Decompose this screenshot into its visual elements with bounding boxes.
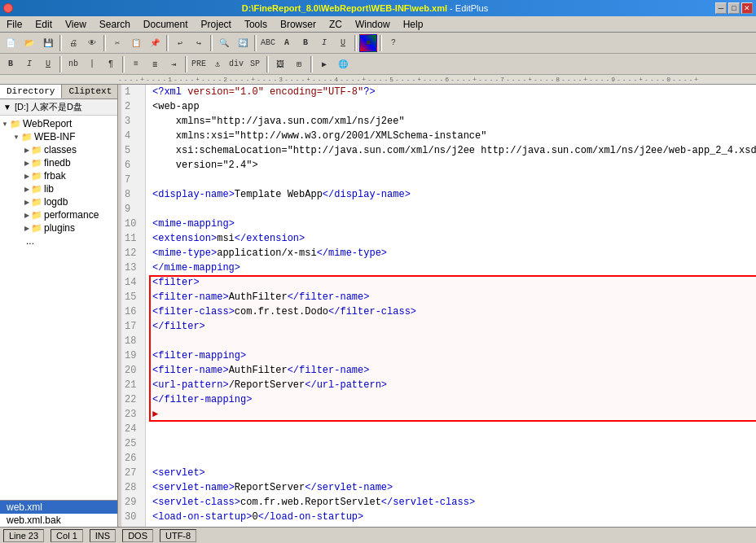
file-item[interactable]: web.xml [0, 501, 117, 514]
menu-item-window[interactable]: Window [349, 17, 397, 32]
tree-item[interactable]: ▶📁performance [0, 208, 117, 221]
code-line: <filter-class>com.fr.test.Dodo</filter-c… [149, 304, 756, 319]
status-dos: DOS [122, 529, 153, 542]
line-number: 30 [125, 510, 142, 524]
code-line [149, 436, 756, 451]
print-btn[interactable]: 🖨 [64, 34, 82, 52]
font-btn[interactable]: A [278, 34, 296, 52]
line-number: 11 [125, 231, 142, 246]
folder-icon: 📁 [21, 132, 33, 142]
sidebar: Directory Cliptext ▼ [D:] 人家不是D盘 ▼📁WebRe… [0, 85, 118, 527]
spell-btn[interactable]: ABC [259, 34, 277, 52]
menu-item-file[interactable]: File [0, 17, 29, 32]
tree-item[interactable]: ▶📁finedb [0, 156, 117, 169]
code-line: </filter-mapping> [149, 392, 756, 407]
indent-btn[interactable]: ⇥ [165, 55, 182, 73]
status-col: Col 1 [51, 529, 83, 542]
menu-item-tools[interactable]: Tools [238, 17, 274, 32]
tab-cliptext[interactable]: Cliptext [62, 85, 118, 99]
undo-btn[interactable]: ↩ [171, 34, 189, 52]
code-line: <servlet-class>com.fr.web.ReportServlet<… [149, 495, 756, 510]
menu-item-view[interactable]: View [59, 17, 93, 32]
code-area: 1234567891011121314151617181920212223242… [121, 85, 756, 527]
redo-btn[interactable]: ↪ [190, 34, 208, 52]
underline-btn[interactable]: U [334, 34, 352, 52]
window-title: D:\FineReport_8.0\WebReport\WEB-INF\web.… [15, 3, 715, 13]
line-number: 5 [125, 143, 142, 158]
code-content[interactable]: <?xml version="1.0" encoding="UTF-8"?><w… [146, 85, 756, 527]
italic-btn[interactable]: I [315, 34, 333, 52]
img-btn[interactable]: 🖼 [271, 55, 289, 73]
tree-expand-icon: ▶ [24, 173, 29, 180]
anchor-btn[interactable]: ⚓ [209, 55, 226, 73]
folder-icon: 📁 [31, 171, 42, 182]
help-btn[interactable]: ? [385, 34, 402, 52]
underline2-btn[interactable]: U [39, 55, 57, 73]
tree-item[interactable]: ▶📁logdb [0, 195, 117, 208]
sp-btn[interactable]: SP [246, 55, 264, 73]
replace-btn[interactable]: 🔄 [234, 34, 252, 52]
tree-item[interactable]: ▼📁WEB-INF [0, 130, 117, 143]
arrow-indicator: ► [152, 407, 158, 422]
close-button[interactable] [3, 3, 13, 13]
run-btn[interactable]: ▶ [315, 55, 333, 73]
table-btn[interactable]: ⊞ [290, 55, 308, 73]
code-line: <mime-type>application/x-msi</mime-type> [149, 246, 756, 261]
bold-btn[interactable]: B [297, 34, 314, 52]
font2-btn[interactable]: nb [64, 55, 82, 73]
menu-item-project[interactable]: Project [195, 17, 238, 32]
format-btn[interactable]: ≡ [127, 55, 145, 73]
tab-directory[interactable]: Directory [0, 85, 62, 99]
minimize-button[interactable]: ─ [715, 2, 727, 14]
tree-item[interactable]: ▶📁classes [0, 143, 117, 156]
maximize-button[interactable]: □ [728, 2, 740, 14]
tree-item[interactable]: ... [0, 234, 117, 247]
menu-item-search[interactable]: Search [93, 17, 137, 32]
tree-item[interactable]: ▶📁lib [0, 182, 117, 195]
tree-item[interactable]: ▶📁plugins [0, 221, 117, 234]
menu-item-browser[interactable]: Browser [274, 17, 323, 32]
open-btn[interactable]: 📂 [20, 34, 38, 52]
italic2-btn[interactable]: I [20, 55, 38, 73]
save-btn[interactable]: 💾 [39, 34, 57, 52]
sidebar-tabs: Directory Cliptext [0, 85, 117, 99]
menu-item-edit[interactable]: Edit [29, 17, 59, 32]
tree-item[interactable]: ▼📁WebReport [0, 117, 117, 130]
editor[interactable]: 1234567891011121314151617181920212223242… [121, 85, 756, 527]
close-win-button[interactable]: ✕ [741, 2, 753, 14]
size-btn[interactable]: | [83, 55, 101, 73]
bold2-btn[interactable]: B [2, 55, 20, 73]
line-number: 22 [125, 392, 142, 407]
tree-expand-icon: ▶ [24, 147, 29, 154]
line-number: 7 [125, 173, 142, 187]
code-line: <load-on-startup>0</load-on-startup> [149, 510, 756, 524]
menu-item-help[interactable]: Help [397, 17, 430, 32]
t1-btn[interactable]: ¶ [102, 55, 120, 73]
tree-item-label: classes [44, 144, 77, 155]
menu-item-zc[interactable]: ZC [323, 17, 349, 32]
file-item[interactable]: web.xml.bak [0, 514, 117, 527]
pre-btn[interactable]: PRE [190, 55, 208, 73]
tree-expand-icon: ▶ [24, 212, 29, 219]
find-btn[interactable]: 🔍 [215, 34, 233, 52]
sidebar-drive-label[interactable]: [D:] 人家不是D盘 [15, 101, 82, 113]
folder-icon: 📁 [31, 145, 42, 155]
tree-expand-icon: ▶ [24, 199, 29, 206]
browser-btn[interactable]: 🌐 [334, 55, 352, 73]
menu-item-document[interactable]: Document [137, 17, 195, 32]
tree-item[interactable]: ▶📁frbak [0, 169, 117, 182]
folder-icon: 📁 [31, 158, 42, 169]
cut-btn[interactable]: ✂ [108, 34, 126, 52]
code-line: ► [149, 407, 756, 422]
status-encoding: UTF-8 [160, 529, 196, 542]
align-btn[interactable]: ≣ [146, 55, 164, 73]
paste-btn[interactable]: 📌 [146, 34, 164, 52]
tree-expand-icon: ▶ [24, 160, 29, 167]
color-btn[interactable]: ■ [359, 34, 377, 52]
copy-btn[interactable]: 📋 [127, 34, 145, 52]
div-btn[interactable]: div [227, 55, 245, 73]
preview-btn[interactable]: 👁 [83, 34, 101, 52]
line-number: 13 [125, 261, 142, 275]
new-btn[interactable]: 📄 [2, 34, 20, 52]
tree-item-label: finedb [44, 157, 71, 169]
